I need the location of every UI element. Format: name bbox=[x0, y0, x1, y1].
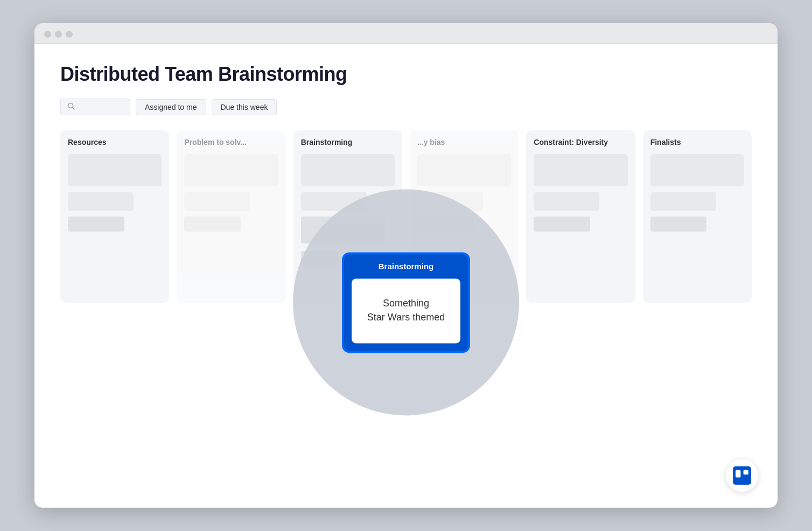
card-bottom bbox=[650, 216, 707, 232]
trello-icon bbox=[733, 466, 751, 485]
column-header-resources: Resources bbox=[68, 138, 162, 146]
svg-rect-2 bbox=[733, 466, 751, 485]
card-bottom bbox=[68, 216, 124, 232]
page-title: Distributed Team Brainstorming bbox=[60, 63, 752, 86]
column-resources: Resources bbox=[60, 130, 169, 303]
due-this-week-filter[interactable]: Due this week bbox=[212, 99, 277, 115]
page-content: Distributed Team Brainstorming Assigned … bbox=[34, 44, 778, 507]
search-icon bbox=[67, 102, 75, 111]
card[interactable] bbox=[534, 192, 599, 211]
column-problem: Problem to solv... bbox=[177, 130, 285, 303]
card[interactable] bbox=[184, 154, 278, 186]
card[interactable] bbox=[650, 154, 744, 186]
browser-chrome bbox=[34, 23, 778, 44]
card[interactable] bbox=[184, 192, 250, 211]
column-header-bias: ...y bias bbox=[417, 138, 511, 146]
svg-rect-3 bbox=[736, 470, 740, 478]
svg-rect-4 bbox=[744, 470, 748, 475]
column-header-constraint: Constraint: Diversity bbox=[534, 138, 627, 146]
highlight-card[interactable]: SomethingStar Wars themed bbox=[352, 278, 460, 343]
column-header-problem: Problem to solv... bbox=[184, 138, 278, 146]
browser-window: Distributed Team Brainstorming Assigned … bbox=[34, 23, 778, 508]
browser-dot-red bbox=[44, 31, 51, 38]
magnify-overlay: Brainstorming SomethingStar Wars themed bbox=[293, 189, 519, 415]
highlight-card-text: SomethingStar Wars themed bbox=[367, 297, 445, 324]
card-bottom bbox=[184, 216, 241, 232]
browser-dot-yellow bbox=[55, 31, 62, 38]
column-header-brainstorming-bg: Brainstorming bbox=[301, 138, 395, 146]
trello-badge bbox=[726, 459, 758, 492]
column-constraint: Constraint: Diversity bbox=[526, 130, 635, 303]
card-bottom bbox=[534, 216, 590, 232]
filter-bar: Assigned to me Due this week bbox=[60, 99, 752, 115]
highlighted-brainstorming-column: Brainstorming SomethingStar Wars themed bbox=[344, 254, 468, 351]
card[interactable] bbox=[68, 154, 162, 186]
card[interactable] bbox=[650, 192, 716, 211]
column-header-finalists: Finalists bbox=[650, 138, 744, 146]
card[interactable] bbox=[417, 154, 511, 186]
highlight-column-header: Brainstorming bbox=[352, 262, 460, 271]
card[interactable] bbox=[68, 192, 134, 211]
assigned-to-me-filter[interactable]: Assigned to me bbox=[136, 99, 206, 115]
card[interactable] bbox=[534, 154, 627, 186]
svg-line-1 bbox=[73, 108, 75, 110]
card[interactable] bbox=[301, 154, 395, 186]
search-box[interactable] bbox=[60, 99, 130, 115]
browser-dot-green bbox=[66, 31, 73, 38]
column-finalists: Finalists bbox=[643, 130, 752, 303]
